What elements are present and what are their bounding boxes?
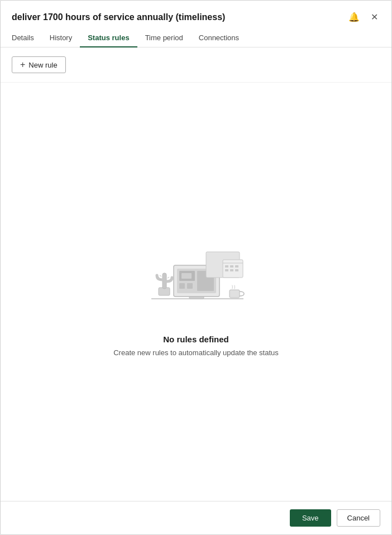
svg-rect-24 — [230, 290, 240, 298]
empty-state-subtext: Create new rules to automatically update… — [113, 348, 279, 357]
tab-time-period[interactable]: Time period — [137, 29, 191, 47]
new-rule-label: New rule — [28, 61, 57, 69]
save-button[interactable]: Save — [290, 509, 331, 527]
illustration-svg — [140, 227, 252, 317]
svg-rect-17 — [230, 269, 233, 271]
empty-illustration — [140, 227, 252, 319]
tab-history[interactable]: History — [42, 29, 80, 47]
dialog-title: deliver 1700 hours of service annually (… — [12, 12, 225, 22]
plus-icon: + — [20, 60, 25, 69]
empty-state: No rules defined Create new rules to aut… — [1, 83, 391, 501]
dialog-header: deliver 1700 hours of service annually (… — [1, 1, 391, 29]
tab-status-rules[interactable]: Status rules — [80, 29, 137, 47]
toolbar: + New rule — [1, 47, 391, 83]
empty-state-heading: No rules defined — [163, 335, 229, 344]
svg-rect-9 — [181, 273, 192, 279]
cancel-button[interactable]: Cancel — [337, 509, 380, 527]
svg-line-21 — [160, 275, 161, 276]
header-icons: 🔔 ✕ — [346, 11, 380, 23]
svg-rect-16 — [225, 269, 228, 271]
svg-rect-11 — [223, 260, 243, 278]
svg-rect-13 — [225, 265, 228, 268]
bell-button[interactable]: 🔔 — [346, 11, 362, 23]
bell-icon: 🔔 — [348, 12, 360, 22]
new-rule-button[interactable]: + New rule — [12, 56, 66, 73]
tab-details[interactable]: Details — [12, 29, 42, 47]
svg-rect-7 — [187, 283, 193, 289]
close-icon: ✕ — [371, 12, 378, 22]
tab-bar: Details History Status rules Time period… — [1, 29, 391, 47]
tab-connections[interactable]: Connections — [191, 29, 247, 47]
svg-rect-18 — [235, 269, 238, 271]
svg-rect-15 — [235, 265, 238, 268]
close-button[interactable]: ✕ — [369, 11, 380, 23]
dialog-container: deliver 1700 hours of service annually (… — [0, 0, 392, 535]
dialog-footer: Save Cancel — [1, 501, 391, 534]
svg-rect-14 — [230, 265, 233, 268]
svg-rect-6 — [179, 283, 185, 289]
svg-line-23 — [168, 277, 169, 278]
